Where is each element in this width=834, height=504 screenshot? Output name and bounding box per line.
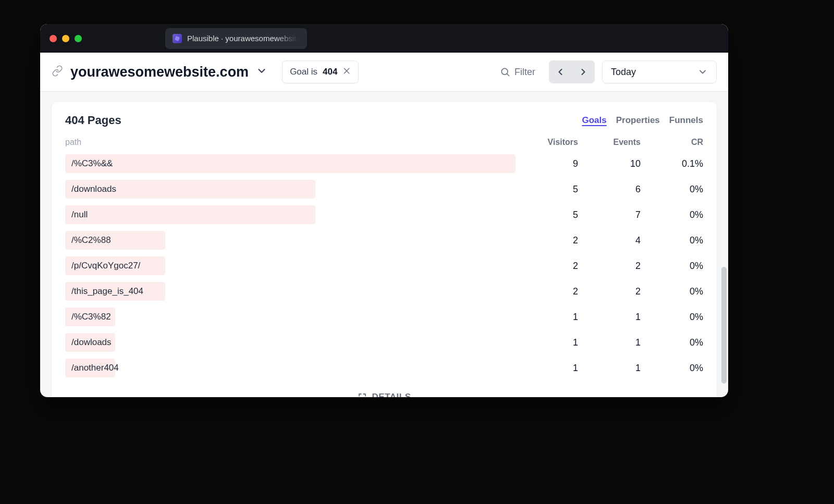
tab-funnels[interactable]: Funnels <box>669 115 703 126</box>
date-range-select[interactable]: Today <box>602 60 717 83</box>
browser-tab[interactable]: Plausible · yourawesomewebsite <box>165 28 307 49</box>
table-row[interactable]: /%C2%88240% <box>65 229 703 252</box>
row-events: 1 <box>578 337 641 348</box>
row-path-label: /%C3%&& <box>65 158 113 169</box>
col-header-events: Events <box>578 138 641 147</box>
table-row[interactable]: /another404110% <box>65 357 703 379</box>
table-row[interactable]: /%C3%82110% <box>65 305 703 328</box>
details-button-label: DETAILS <box>372 392 411 397</box>
row-events: 10 <box>578 158 641 169</box>
row-visitors: 5 <box>516 210 578 220</box>
table-row[interactable]: /dowloads110% <box>65 331 703 354</box>
window-controls <box>50 35 82 42</box>
topbar: yourawesomewebsite.com Goal is 404 Filte… <box>40 53 728 92</box>
row-cr: 0% <box>641 312 703 323</box>
row-path-label: /downloads <box>65 184 116 194</box>
tab-properties[interactable]: Properties <box>616 115 660 126</box>
row-events: 1 <box>578 363 641 374</box>
table-rows: /%C3%&&9100.1%/downloads560%/null570%/%C… <box>52 152 717 379</box>
chevron-down-icon <box>697 67 708 77</box>
row-bar-wrap: /%C3%&& <box>65 154 516 173</box>
remove-filter-button[interactable] <box>342 67 351 78</box>
table-row[interactable]: /p/CvqKoYgoc27/220% <box>65 254 703 277</box>
row-cr: 0% <box>641 363 703 374</box>
details-button[interactable]: DETAILS <box>52 387 717 397</box>
row-visitors: 5 <box>516 184 578 195</box>
column-headers: path Visitors Events CR <box>52 130 717 152</box>
row-bar-wrap: /null <box>65 205 516 224</box>
row-bar <box>65 154 516 173</box>
row-cr: 0% <box>641 184 703 195</box>
row-visitors: 1 <box>516 312 578 323</box>
date-range-label: Today <box>611 67 636 78</box>
site-name[interactable]: yourawesomewebsite.com <box>70 64 249 80</box>
row-bar-wrap: /another404 <box>65 359 516 377</box>
prev-period-button[interactable] <box>549 60 572 83</box>
col-header-cr: CR <box>641 138 703 147</box>
row-bar-wrap: /p/CvqKoYgoc27/ <box>65 256 516 275</box>
row-events: 2 <box>578 261 641 272</box>
row-bar-wrap: /dowloads <box>65 333 516 352</box>
row-visitors: 2 <box>516 286 578 297</box>
row-path-label: /another404 <box>65 363 119 373</box>
row-visitors: 9 <box>516 158 578 169</box>
row-cr: 0% <box>641 235 703 246</box>
titlebar: Plausible · yourawesomewebsite <box>40 24 728 53</box>
row-path-label: /this_page_is_404 <box>65 286 143 297</box>
row-bar-wrap: /downloads <box>65 180 516 199</box>
row-path-label: /null <box>65 210 88 220</box>
row-events: 4 <box>578 235 641 246</box>
site-dropdown-button[interactable] <box>256 65 267 79</box>
row-bar-wrap: /%C3%82 <box>65 308 516 326</box>
row-bar-wrap: /this_page_is_404 <box>65 282 516 301</box>
plausible-favicon-icon <box>173 34 182 43</box>
report-card: 404 Pages Goals Properties Funnels path … <box>52 102 717 397</box>
filter-button-label: Filter <box>514 67 535 78</box>
row-visitors: 2 <box>516 235 578 246</box>
row-path-label: /p/CvqKoYgoc27/ <box>65 261 140 271</box>
row-bar-wrap: /%C2%88 <box>65 231 516 250</box>
row-cr: 0.1% <box>641 158 703 169</box>
browser-window: Plausible · yourawesomewebsite youraweso… <box>40 24 728 397</box>
svg-line-3 <box>507 74 509 76</box>
row-events: 7 <box>578 210 641 220</box>
filter-button[interactable]: Filter <box>494 63 542 82</box>
row-visitors: 2 <box>516 261 578 272</box>
filter-chip-value: 404 <box>323 67 337 77</box>
scrollbar-thumb[interactable] <box>721 267 727 384</box>
row-path-label: /%C2%88 <box>65 235 111 245</box>
table-row[interactable]: /downloads560% <box>65 178 703 201</box>
maximize-window-button[interactable] <box>75 35 82 42</box>
row-events: 1 <box>578 312 641 323</box>
browser-tab-title: Plausible · yourawesomewebsite <box>187 34 298 43</box>
table-row[interactable]: /null570% <box>65 203 703 226</box>
row-visitors: 1 <box>516 363 578 374</box>
table-row[interactable]: /this_page_is_404220% <box>65 280 703 303</box>
table-row[interactable]: /%C3%&&9100.1% <box>65 152 703 175</box>
row-events: 6 <box>578 184 641 195</box>
card-title: 404 Pages <box>65 114 121 127</box>
card-header: 404 Pages Goals Properties Funnels <box>52 114 717 130</box>
filter-chip-prefix: Goal is <box>290 67 317 77</box>
row-path-label: /dowloads <box>65 337 112 348</box>
date-nav-group <box>549 60 595 83</box>
card-tabs: Goals Properties Funnels <box>582 115 703 126</box>
row-cr: 0% <box>641 210 703 220</box>
row-path-label: /%C3%82 <box>65 312 111 322</box>
next-period-button[interactable] <box>572 60 595 83</box>
row-cr: 0% <box>641 286 703 297</box>
row-events: 2 <box>578 286 641 297</box>
col-header-visitors: Visitors <box>516 138 578 147</box>
row-bar <box>65 205 315 224</box>
minimize-window-button[interactable] <box>62 35 69 42</box>
tab-goals[interactable]: Goals <box>582 115 606 126</box>
link-icon <box>52 65 63 79</box>
row-cr: 0% <box>641 261 703 272</box>
close-window-button[interactable] <box>50 35 57 42</box>
col-header-path: path <box>65 138 516 147</box>
row-cr: 0% <box>641 337 703 348</box>
expand-icon <box>358 392 367 397</box>
active-filter-chip[interactable]: Goal is 404 <box>282 60 359 83</box>
row-visitors: 1 <box>516 337 578 348</box>
